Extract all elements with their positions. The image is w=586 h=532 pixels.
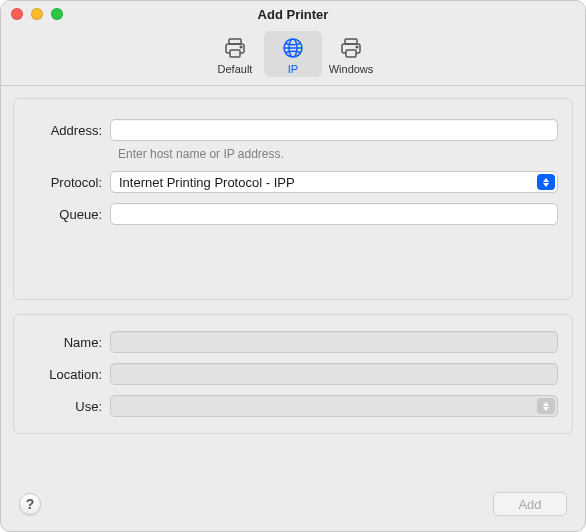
windows-printer-icon: [324, 35, 378, 61]
protocol-label: Protocol:: [28, 175, 110, 190]
use-select[interactable]: [110, 395, 558, 417]
tab-windows-label: Windows: [324, 63, 378, 75]
connection-panel: Address: Enter host name or IP address. …: [13, 98, 573, 300]
dialog-body: Address: Enter host name or IP address. …: [1, 86, 585, 477]
tab-default-label: Default: [208, 63, 262, 75]
add-button-label: Add: [518, 497, 541, 512]
address-hint: Enter host name or IP address.: [118, 147, 558, 161]
add-printer-window: Add Printer Default: [0, 0, 586, 532]
location-label: Location:: [28, 367, 110, 382]
close-window-button[interactable]: [11, 8, 23, 20]
queue-input[interactable]: [110, 203, 558, 225]
add-button[interactable]: Add: [493, 492, 567, 516]
address-input[interactable]: [110, 119, 558, 141]
tab-ip[interactable]: IP: [264, 31, 322, 77]
location-input[interactable]: [110, 363, 558, 385]
svg-rect-2: [230, 50, 240, 57]
tab-ip-label: IP: [266, 63, 320, 75]
minimize-window-button[interactable]: [31, 8, 43, 20]
use-label: Use:: [28, 399, 110, 414]
chevron-up-down-icon: [537, 174, 555, 190]
queue-label: Queue:: [28, 207, 110, 222]
window-title: Add Printer: [1, 7, 585, 22]
svg-point-3: [240, 46, 242, 48]
tab-bar: Default IP: [206, 31, 380, 77]
zoom-window-button[interactable]: [51, 8, 63, 20]
svg-rect-9: [346, 50, 356, 57]
chevron-up-down-icon: [537, 398, 555, 414]
tab-default[interactable]: Default: [206, 31, 264, 77]
details-panel: Name: Location: Use:: [13, 314, 573, 434]
help-icon: ?: [26, 496, 35, 512]
protocol-select[interactable]: Internet Printing Protocol - IPP: [110, 171, 558, 193]
toolbar: Default IP: [1, 27, 585, 85]
svg-point-10: [356, 46, 358, 48]
protocol-value: Internet Printing Protocol - IPP: [119, 175, 295, 190]
name-input[interactable]: [110, 331, 558, 353]
address-label: Address:: [28, 123, 110, 138]
footer: ? Add: [1, 477, 585, 531]
name-label: Name:: [28, 335, 110, 350]
globe-icon: [266, 35, 320, 61]
printer-icon: [208, 35, 262, 61]
tab-windows[interactable]: Windows: [322, 31, 380, 77]
window-controls: [1, 8, 63, 20]
help-button[interactable]: ?: [19, 493, 41, 515]
titlebar: Add Printer: [1, 1, 585, 27]
